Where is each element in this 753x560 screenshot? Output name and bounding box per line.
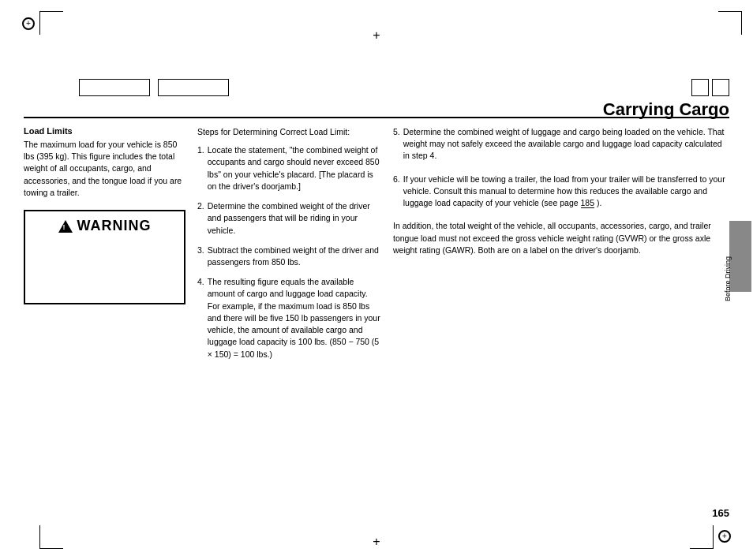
warning-header: WARNING xyxy=(58,218,152,234)
corner-lines-br xyxy=(690,525,714,549)
reg-mark-br xyxy=(718,530,731,543)
bottom-center-cross: + xyxy=(373,535,380,549)
page: Carrying Cargo Load Limits The maximum l… xyxy=(0,0,753,560)
step-2: 2. Determine the combined weight of the … xyxy=(197,200,381,237)
step-3-num: 3. xyxy=(197,245,204,268)
tabs-area xyxy=(79,79,229,96)
step-4-text: The resulting figure equals the availabl… xyxy=(208,276,381,360)
middle-column: Steps for Determining Correct Load Limit… xyxy=(197,126,393,497)
step-2-num: 2. xyxy=(197,200,204,237)
chapter-boxes xyxy=(691,79,729,96)
reg-mark-tr xyxy=(718,11,742,35)
additional-text: In addition, the total weight of the veh… xyxy=(393,220,729,256)
warning-box: WARNING xyxy=(24,210,185,304)
step-1: 1. Locate the statement, "the combined w… xyxy=(197,144,381,192)
left-column: Load Limits The maximum load for your ve… xyxy=(24,126,197,497)
step-4: 4. The resulting figure equals the avail… xyxy=(197,276,381,360)
right-step-5: 5. Determine the combined weight of lugg… xyxy=(393,126,729,162)
page-link[interactable]: 185 xyxy=(581,198,595,208)
right-step-6-text: If your vehicle will be towing a trailer… xyxy=(403,174,729,210)
reg-mark-tl xyxy=(22,17,35,30)
step-4-num: 4. xyxy=(197,276,204,360)
right-column: Before Driving 5. Determine the combined… xyxy=(393,126,729,497)
step-1-text: Locate the statement, "the combined weig… xyxy=(208,144,381,192)
chapter-header: Carrying Cargo xyxy=(603,79,729,120)
chapter-box-2 xyxy=(712,79,729,96)
step-3-text: Subtract the combined weight of the driv… xyxy=(208,245,381,268)
sidebar-tab-label: Before Driving xyxy=(723,256,733,301)
right-step-6-num: 6. xyxy=(393,174,400,210)
right-step-6: 6. If your vehicle will be towing a trai… xyxy=(393,174,729,210)
right-step-5-num: 5. xyxy=(393,126,400,162)
corner-lines-bl xyxy=(39,525,63,549)
top-center-cross xyxy=(369,14,384,30)
content-area: Load Limits The maximum load for your ve… xyxy=(24,126,729,497)
steps-intro: Steps for Determining Correct Load Limit… xyxy=(197,126,381,138)
tab-box-1 xyxy=(79,79,150,96)
tab-box-2 xyxy=(158,79,229,96)
load-limits-title: Load Limits xyxy=(24,126,185,136)
chapter-box-1 xyxy=(691,79,709,96)
page-number: 165 xyxy=(712,507,729,519)
warning-triangle-icon xyxy=(58,220,73,233)
load-limits-text: The maximum load for your vehicle is 850… xyxy=(24,139,185,199)
step-1-num: 1. xyxy=(197,144,204,192)
divider-line xyxy=(24,117,729,118)
right-step-5-text: Determine the combined weight of luggage… xyxy=(403,126,729,162)
warning-label: WARNING xyxy=(77,218,152,234)
corner-lines-tl xyxy=(39,11,63,35)
step-2-text: Determine the combined weight of the dri… xyxy=(208,200,381,237)
step-3: 3. Subtract the combined weight of the d… xyxy=(197,245,381,268)
